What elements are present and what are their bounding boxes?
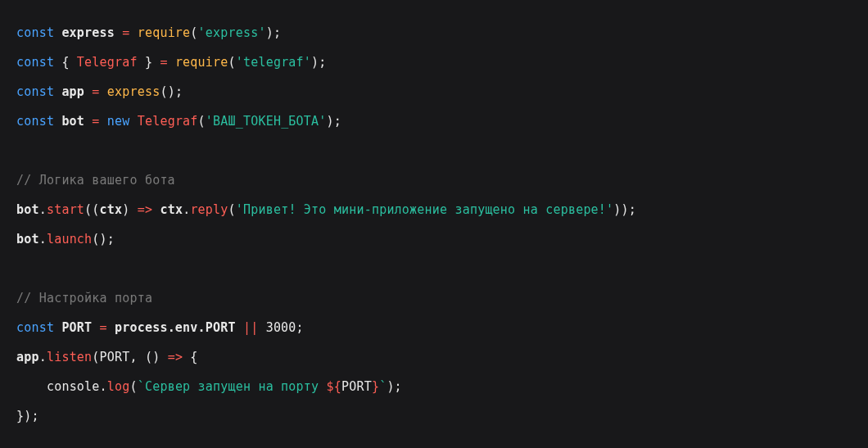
code-line-11: const PORT = process.env.PORT || 3000; bbox=[16, 320, 304, 335]
space bbox=[258, 320, 265, 335]
code-line-12: app.listen(PORT, () => { bbox=[16, 350, 198, 364]
punct: . bbox=[39, 232, 47, 247]
string: 'ВАШ_ТОКЕН_БОТА' bbox=[206, 114, 327, 129]
punct: ) bbox=[122, 202, 137, 217]
punct: , () bbox=[130, 350, 168, 364]
identifier: express bbox=[61, 25, 115, 40]
operator-eq: = bbox=[92, 114, 99, 129]
keyword-new: new bbox=[107, 114, 130, 129]
method: log bbox=[107, 379, 130, 394]
punct: ( bbox=[228, 202, 236, 217]
number: 3000 bbox=[266, 320, 296, 335]
obj: ctx bbox=[152, 202, 183, 217]
method: reply bbox=[190, 202, 228, 217]
punct: ); bbox=[266, 25, 281, 40]
obj: console bbox=[47, 379, 100, 394]
punct: (); bbox=[160, 84, 183, 99]
method: launch bbox=[47, 232, 92, 247]
keyword-const: const bbox=[16, 84, 54, 99]
punct: ); bbox=[311, 55, 326, 70]
method: start bbox=[47, 202, 84, 217]
classname: Telegraf bbox=[77, 55, 138, 70]
fn-require: require bbox=[175, 55, 228, 70]
punct: (( bbox=[84, 202, 99, 217]
code-line-4: const bot = new Telegraf('ВАШ_ТОКЕН_БОТА… bbox=[16, 114, 341, 129]
operator-eq: = bbox=[100, 320, 107, 335]
interp-close: } bbox=[372, 379, 379, 394]
punct: { bbox=[61, 55, 76, 70]
obj: bot bbox=[16, 202, 39, 217]
punct: )); bbox=[613, 202, 636, 217]
comment: // Логика вашего бота bbox=[16, 173, 175, 188]
keyword-const: const bbox=[16, 114, 54, 129]
punct: } bbox=[138, 55, 160, 70]
keyword-const: const bbox=[16, 25, 54, 40]
code-line-13: console.log(`Сервер запущен на порту ${P… bbox=[16, 379, 402, 394]
string: 'telegraf' bbox=[236, 55, 311, 70]
punct: ( bbox=[198, 114, 206, 129]
keyword-const: const bbox=[16, 320, 54, 335]
fn-require: require bbox=[138, 25, 191, 40]
code-line-3: const app = express(); bbox=[16, 84, 183, 99]
obj: bot bbox=[16, 232, 39, 247]
arg: ctx bbox=[100, 202, 123, 217]
backtick: ` bbox=[379, 379, 387, 394]
code-line-6: // Логика вашего бота bbox=[16, 173, 175, 188]
punct: ( bbox=[130, 379, 138, 394]
operator-or: || bbox=[243, 320, 258, 335]
code-line-10: // Настройка порта bbox=[16, 291, 152, 305]
punct: . bbox=[39, 202, 47, 217]
backtick: ` bbox=[138, 379, 145, 394]
code-line-8: bot.launch(); bbox=[16, 232, 115, 247]
punct: ( bbox=[92, 350, 99, 364]
identifier: PORT bbox=[61, 320, 92, 335]
code-line-7: bot.start((ctx) => ctx.reply('Привет! Эт… bbox=[16, 202, 636, 217]
punct: (); bbox=[92, 232, 115, 247]
indent bbox=[16, 379, 47, 394]
code-line-2: const { Telegraf } = require('telegraf')… bbox=[16, 55, 327, 70]
punct: }); bbox=[16, 409, 39, 423]
template-text: Сервер запущен на порту bbox=[145, 379, 327, 394]
obj: app bbox=[16, 350, 39, 364]
arrow: => bbox=[138, 202, 152, 217]
operator-eq: = bbox=[122, 25, 129, 40]
arg: PORT bbox=[100, 350, 130, 364]
punct: . bbox=[100, 379, 107, 394]
punct: ; bbox=[296, 320, 304, 335]
operator-eq: = bbox=[160, 55, 167, 70]
punct: . bbox=[183, 202, 190, 217]
punct: ( bbox=[228, 55, 236, 70]
punct: { bbox=[183, 350, 197, 364]
identifier: app bbox=[61, 84, 84, 99]
expr: process.env.PORT bbox=[107, 320, 243, 335]
identifier: bot bbox=[61, 114, 84, 129]
string: 'Привет! Это мини-приложение запущено на… bbox=[236, 202, 614, 217]
punct: . bbox=[39, 350, 47, 364]
code-line-14: }); bbox=[16, 409, 39, 423]
method: listen bbox=[47, 350, 92, 364]
code-block[interactable]: const express = require('express'); cons… bbox=[0, 0, 868, 448]
operator-eq: = bbox=[92, 84, 99, 99]
punct: ); bbox=[387, 379, 401, 394]
punct: ); bbox=[327, 114, 341, 129]
keyword-const: const bbox=[16, 55, 54, 70]
code-line-1: const express = require('express'); bbox=[16, 25, 281, 40]
classname: Telegraf bbox=[138, 114, 198, 129]
interp-open: ${ bbox=[327, 379, 341, 394]
string: 'express' bbox=[198, 25, 266, 40]
comment: // Настройка порта bbox=[16, 291, 152, 305]
arrow: => bbox=[168, 350, 183, 364]
fn-call: express bbox=[107, 84, 160, 99]
punct: ( bbox=[190, 25, 197, 40]
var: PORT bbox=[341, 379, 372, 394]
